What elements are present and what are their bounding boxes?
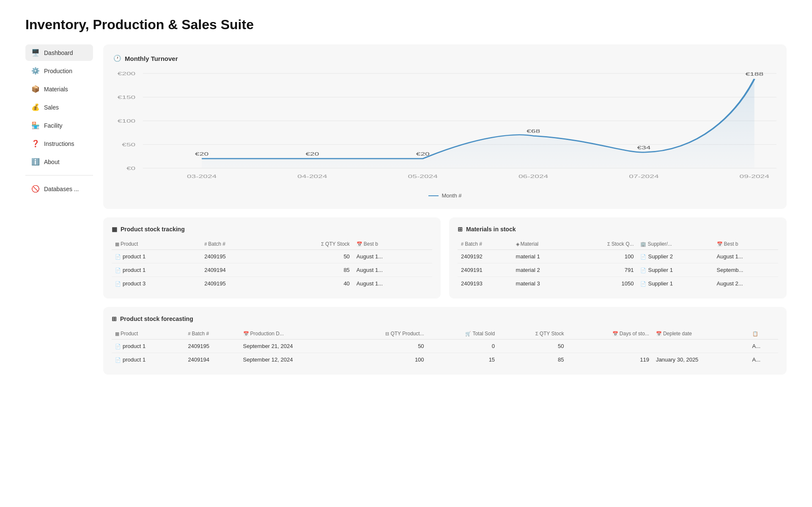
cell-qty: 50 [269, 250, 353, 263]
col-product: ▦Product [112, 238, 201, 250]
product-stock-title: ▦ Product stock tracking [112, 226, 432, 233]
sidebar-item-sales[interactable]: 💰 Sales [25, 99, 93, 115]
sidebar-item-materials[interactable]: 📦 Materials [25, 81, 93, 97]
page-title: Inventory, Production & Sales Suite [25, 17, 787, 33]
fcol-product: ▦Product [112, 328, 184, 340]
legend-label: Month # [442, 192, 462, 199]
svg-text:€188: €188 [745, 71, 763, 77]
svg-text:€20: €20 [416, 151, 430, 156]
sidebar-item-production[interactable]: ⚙️ Production [25, 63, 93, 79]
fcol-qty-prod: ⊟QTY Product... [339, 328, 427, 340]
fcol-days: 📅Days of sto... [568, 328, 653, 340]
cell-best-m: August 1... [713, 250, 779, 263]
table-row: 📄product 1 2409195 September 21, 2024 50… [112, 340, 778, 353]
fcell-qty-prod: 100 [339, 353, 427, 367]
forecasting-table: ▦Product #Batch # 📅Production D... ⊟QTY … [112, 328, 778, 366]
cell-qty: 40 [269, 277, 353, 290]
instructions-icon: ❓ [31, 140, 40, 148]
fcell-total-sold: 0 [428, 340, 499, 353]
fcol-extra: 📋 [749, 328, 778, 340]
materials-icon: 📦 [31, 85, 40, 93]
product-stock-table: ▦Product #Batch # ΣQTY Stock 📅Best b 📄pr… [112, 238, 432, 290]
fcell-deplete: January 30, 2025 [653, 353, 749, 367]
materials-stock-table: #Batch # ◈Material ΣStock Q... 🏢Supplier… [458, 238, 778, 290]
sidebar-item-instructions[interactable]: ❓ Instructions [25, 135, 93, 152]
materials-stock-title: ⊞ Materials in stock [458, 226, 778, 233]
svg-text:€0: €0 [126, 166, 135, 171]
product-stock-card: ▦ Product stock tracking ▦Product #Batch… [103, 217, 441, 299]
table-row: 📄product 1 2409195 50 August 1... [112, 250, 432, 263]
svg-text:07-2024: 07-2024 [629, 174, 658, 179]
fcol-batch: #Batch # [184, 328, 239, 340]
cell-batch-m: 2409192 [458, 250, 513, 263]
sidebar-item-databases[interactable]: 🚫 Databases ... [25, 181, 93, 197]
cell-batch-m: 2409191 [458, 263, 513, 277]
col-best: 📅Best b [353, 238, 432, 250]
cell-batch: 2409194 [201, 263, 269, 277]
cell-qty: 85 [269, 263, 353, 277]
cell-product: 📄product 1 [112, 263, 201, 277]
svg-text:05-2024: 05-2024 [408, 174, 438, 179]
production-icon: ⚙️ [31, 67, 40, 75]
table-row: 2409192 material 1 100 📄Supplier 2 Augus… [458, 250, 778, 263]
materials-stock-card: ⊞ Materials in stock #Batch # ◈Material … [449, 217, 787, 299]
fcell-extra: A... [749, 353, 778, 367]
fcol-total-sold: 🛒Total Sold [428, 328, 499, 340]
fcell-qty-stock: 50 [498, 340, 567, 353]
cell-supplier: 📄Supplier 2 [637, 250, 713, 263]
cell-product: 📄product 1 [112, 250, 201, 263]
fcell-product: 📄product 1 [112, 340, 184, 353]
fcell-days [568, 340, 653, 353]
sidebar-label-instructions: Instructions [44, 140, 74, 147]
fcell-total-sold: 15 [428, 353, 499, 367]
table-row: 📄product 3 2409195 40 August 1... [112, 277, 432, 290]
cell-batch-m: 2409193 [458, 277, 513, 290]
svg-text:€150: €150 [118, 95, 136, 100]
content-area: 🕐 Monthly Turnover €200 €150 €100 €50 €0 [103, 44, 787, 375]
table-row: 2409191 material 2 791 📄Supplier 1 Septe… [458, 263, 778, 277]
about-icon: ℹ️ [31, 158, 40, 166]
fcell-proddate: September 12, 2024 [240, 353, 339, 367]
cell-product: 📄product 3 [112, 277, 201, 290]
forecasting-icon: ⊞ [112, 315, 117, 322]
fcell-proddate: September 21, 2024 [240, 340, 339, 353]
sidebar-item-facility[interactable]: 🏪 Facility [25, 117, 93, 134]
col-batch: #Batch # [201, 238, 269, 250]
svg-text:€200: €200 [118, 71, 136, 77]
cell-material: material 3 [513, 277, 573, 290]
fcell-deplete [653, 340, 749, 353]
dashboard-icon: 🖥️ [31, 49, 40, 57]
sidebar-label-materials: Materials [44, 86, 68, 93]
monthly-turnover-card: 🕐 Monthly Turnover €200 €150 €100 €50 €0 [103, 44, 787, 209]
sidebar-label-sales: Sales [44, 104, 59, 111]
stock-section: ▦ Product stock tracking ▦Product #Batch… [103, 217, 787, 299]
svg-text:04-2024: 04-2024 [297, 174, 327, 179]
sidebar: 🖥️ Dashboard ⚙️ Production 📦 Materials 💰… [25, 44, 93, 375]
fcell-days: 119 [568, 353, 653, 367]
cell-material: material 2 [513, 263, 573, 277]
sidebar-item-about[interactable]: ℹ️ About [25, 153, 93, 170]
forecasting-title: ⊞ Product stock forecasting [112, 315, 778, 322]
cell-material: material 1 [513, 250, 573, 263]
svg-text:03-2024: 03-2024 [187, 174, 217, 179]
sidebar-item-dashboard[interactable]: 🖥️ Dashboard [25, 44, 93, 61]
legend-line [428, 195, 439, 196]
sidebar-label-databases: Databases ... [44, 186, 79, 192]
fcell-extra: A... [749, 340, 778, 353]
databases-icon: 🚫 [31, 185, 40, 193]
chart-legend: Month # [113, 192, 776, 199]
materials-stock-icon: ⊞ [458, 226, 463, 233]
sidebar-divider [25, 175, 93, 175]
sidebar-label-about: About [44, 159, 60, 165]
sidebar-label-production: Production [44, 68, 72, 74]
cell-best: August 1... [353, 277, 432, 290]
svg-text:€34: €34 [637, 145, 650, 150]
sidebar-label-facility: Facility [44, 122, 63, 129]
cell-supplier: 📄Supplier 1 [637, 263, 713, 277]
cell-batch: 2409195 [201, 277, 269, 290]
forecasting-card: ⊞ Product stock forecasting ▦Product #Ba… [103, 307, 787, 375]
chart-title-icon: 🕐 [113, 55, 121, 62]
fcol-proddate: 📅Production D... [240, 328, 339, 340]
svg-text:€20: €20 [305, 151, 319, 156]
col-batch-m: #Batch # [458, 238, 513, 250]
